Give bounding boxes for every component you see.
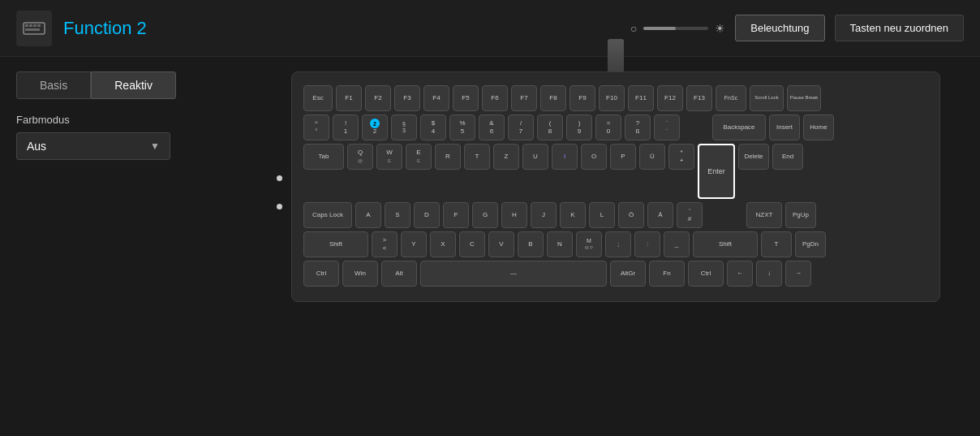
key-4[interactable]: $4 [420, 114, 446, 140]
key-sz[interactable]: ?ß [625, 114, 651, 140]
key-alt-left[interactable]: Alt [381, 261, 417, 287]
brightness-high-icon: ☀ [715, 22, 725, 35]
key-fnsc[interactable]: FnSc [716, 85, 746, 111]
key-2[interactable]: 2 "2 [362, 114, 388, 140]
key-b[interactable]: B [518, 231, 544, 257]
tab-basis[interactable]: Basis [16, 71, 91, 99]
key-arrow-right[interactable]: → [785, 261, 811, 287]
key-f6[interactable]: F6 [482, 85, 508, 111]
key-f9[interactable]: F9 [570, 85, 595, 111]
key-delete[interactable]: Delete [738, 144, 769, 170]
key-pgup[interactable]: PgUp [785, 202, 816, 228]
key-g[interactable]: G [472, 202, 498, 228]
key-a[interactable]: A [355, 202, 381, 228]
key-arrow-down[interactable]: ↓ [756, 261, 782, 287]
key-n[interactable]: N [547, 231, 573, 257]
key-x[interactable]: X [430, 231, 456, 257]
key-fn[interactable]: Fn [649, 261, 685, 287]
key-f4[interactable]: F4 [423, 85, 449, 111]
key-f12[interactable]: F12 [657, 85, 683, 111]
key-slash[interactable]: _ [664, 231, 690, 257]
key-plus[interactable]: *+ [668, 144, 694, 170]
key-arrow-left[interactable]: ← [727, 261, 753, 287]
key-period[interactable]: : [634, 231, 660, 257]
key-l[interactable]: L [589, 202, 615, 228]
key-i[interactable]: I [552, 144, 578, 170]
key-angle[interactable]: >< [372, 231, 398, 257]
key-0[interactable]: =0 [595, 114, 621, 140]
key-h[interactable]: H [501, 202, 527, 228]
key-hash[interactable]: '# [677, 202, 703, 228]
key-win[interactable]: Win [342, 261, 378, 287]
beleuchtung-button[interactable]: Beleuchtung [735, 15, 824, 41]
key-f7[interactable]: F7 [511, 85, 537, 111]
key-f2[interactable]: F2 [365, 85, 391, 111]
key-9[interactable]: )9 [566, 114, 592, 140]
key-scroll-lock[interactable]: Scroll Lock [750, 85, 784, 111]
key-oe[interactable]: Ö [618, 202, 644, 228]
key-ae[interactable]: Ä [647, 202, 673, 228]
key-end[interactable]: End [772, 144, 803, 170]
key-3[interactable]: §3 [391, 114, 417, 140]
key-nzxt[interactable]: NZXT [746, 202, 782, 228]
key-u[interactable]: U [522, 144, 548, 170]
key-f10[interactable]: F10 [599, 85, 625, 111]
key-j[interactable]: J [531, 202, 557, 228]
key-6[interactable]: &6 [479, 114, 505, 140]
key-shift-right[interactable]: Shift [693, 231, 758, 257]
key-tab[interactable]: Tab [303, 144, 344, 170]
key-f11[interactable]: F11 [628, 85, 654, 111]
key-z[interactable]: Z [493, 144, 519, 170]
key-esc[interactable]: Esc [303, 85, 333, 111]
key-f13[interactable]: F13 [686, 85, 712, 111]
key-altgr[interactable]: AltGr [610, 261, 646, 287]
key-o[interactable]: O [581, 144, 607, 170]
key-y[interactable]: Y [401, 231, 427, 257]
key-e[interactable]: EE [406, 144, 432, 170]
key-f[interactable]: F [443, 202, 469, 228]
key-f1[interactable]: F1 [336, 85, 362, 111]
key-backtick[interactable]: ^° [303, 114, 329, 140]
key-v[interactable]: V [488, 231, 514, 257]
key-ue[interactable]: Ü [639, 144, 665, 170]
key-enter[interactable]: Enter [698, 144, 735, 199]
key-t[interactable]: T [464, 144, 490, 170]
key-ctrl-left[interactable]: Ctrl [303, 261, 339, 287]
key-5[interactable]: %5 [449, 114, 475, 140]
key-insert[interactable]: Insert [769, 114, 800, 140]
key-f3[interactable]: F3 [394, 85, 420, 111]
key-s[interactable]: S [385, 202, 410, 228]
key-pgdn[interactable]: PgDn [795, 231, 826, 257]
key-ctrl-right[interactable]: Ctrl [688, 261, 724, 287]
key-d[interactable]: D [414, 202, 440, 228]
key-comma[interactable]: ; [605, 231, 631, 257]
key-p[interactable]: P [610, 144, 636, 170]
key-backspace[interactable]: Backspace [712, 114, 766, 140]
key-shift-left[interactable]: Shift [303, 231, 368, 257]
key-space[interactable]: — [420, 261, 607, 287]
key-row-function: Esc F1 F2 F3 F4 F5 F6 F7 F8 F9 F10 F11 F… [303, 85, 928, 111]
key-capslock[interactable]: Caps Lock [303, 202, 352, 228]
farbmodus-dropdown[interactable]: Aus ▼ [16, 132, 170, 160]
key-7[interactable]: /7 [508, 114, 534, 140]
tasten-neu-zuordnen-button[interactable]: Tasten neu zuordnen [835, 15, 964, 41]
key-c[interactable]: C [459, 231, 485, 257]
key-w[interactable]: WE [376, 144, 402, 170]
key-8[interactable]: (8 [537, 114, 563, 140]
key-home[interactable]: Home [803, 114, 834, 140]
key-t-special[interactable]: T [761, 231, 792, 257]
key-m[interactable]: MM P [576, 231, 602, 257]
key-r[interactable]: R [435, 144, 461, 170]
key-q[interactable]: Q@ [347, 144, 373, 170]
key-accent[interactable]: `´ [654, 114, 680, 140]
farbmodus-label: Farbmodus [16, 114, 251, 126]
key-f5[interactable]: F5 [453, 85, 479, 111]
key-pause-break[interactable]: Pause Break [787, 85, 821, 111]
key-f8[interactable]: F8 [540, 85, 566, 111]
key-k[interactable]: K [560, 202, 586, 228]
tab-reaktiv[interactable]: Reaktiv [91, 71, 176, 99]
brightness-slider[interactable] [643, 27, 708, 30]
key-1[interactable]: !1 [333, 114, 359, 140]
device-icon [16, 11, 52, 46]
side-dots [277, 175, 282, 209]
